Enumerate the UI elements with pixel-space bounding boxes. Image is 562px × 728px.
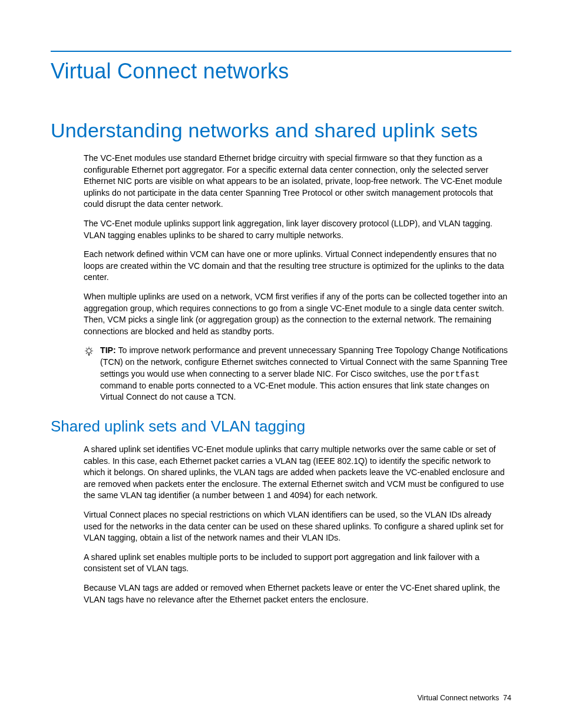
svg-line-6 [91, 348, 92, 349]
tip-block: TIP: To improve network performance and … [84, 345, 511, 403]
lightbulb-icon [84, 345, 100, 357]
paragraph: A shared uplink set enables multiple por… [84, 552, 511, 575]
top-rule [51, 51, 511, 52]
tip-label: TIP: [100, 345, 116, 355]
section1-body: The VC-Enet modules use standard Etherne… [84, 153, 511, 403]
subsection-title-shared-uplink: Shared uplink sets and VLAN tagging [51, 417, 511, 436]
page: Virtual Connect networks Understanding n… [0, 0, 562, 728]
paragraph: When multiple uplinks are used on a netw… [84, 291, 511, 337]
tip-body-after: command to enable ports connected to a V… [100, 381, 490, 402]
paragraph: Virtual Connect places no special restri… [84, 509, 511, 544]
section-title-understanding: Understanding networks and shared uplink… [51, 119, 511, 142]
paragraph: The VC-Enet module uplinks support link … [84, 218, 511, 241]
tip-command: portfast [440, 370, 480, 379]
paragraph: Because VLAN tags are added or removed w… [84, 582, 511, 605]
page-footer: Virtual Connect networks 74 [417, 694, 511, 702]
svg-line-7 [86, 353, 87, 354]
paragraph: The VC-Enet modules use standard Etherne… [84, 153, 511, 210]
svg-point-0 [87, 349, 91, 354]
paragraph: Each network defined within VCM can have… [84, 249, 511, 284]
tip-text: TIP: To improve network performance and … [100, 345, 511, 403]
footer-page-number: 74 [503, 694, 511, 702]
paragraph: A shared uplink set identifies VC-Enet m… [84, 444, 511, 502]
section2-body: A shared uplink set identifies VC-Enet m… [84, 444, 511, 605]
svg-line-8 [91, 353, 92, 354]
footer-text: Virtual Connect networks [417, 694, 499, 702]
svg-line-5 [86, 348, 87, 349]
page-title: Virtual Connect networks [51, 59, 511, 84]
